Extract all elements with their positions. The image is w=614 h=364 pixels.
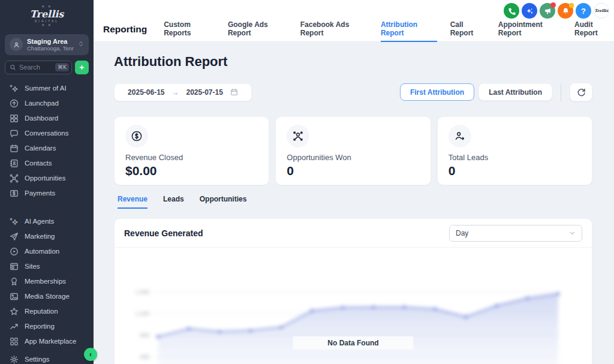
sidebar-item-conversations[interactable]: Conversations (0, 126, 94, 141)
app-window: ✕ ✕ Trellis DIGITAL ✕ ✕ Staging Area Cha… (0, 0, 614, 364)
sidebar-item-automation[interactable]: Automation (0, 244, 94, 259)
sidebar: ✕ ✕ Trellis DIGITAL ✕ ✕ Staging Area Cha… (0, 0, 94, 364)
sidebar-item-memberships[interactable]: Memberships (0, 274, 94, 289)
chevron-left-icon: ‹ (89, 350, 92, 359)
arrow-right-icon: → (172, 88, 179, 97)
sidebar-item-reputation[interactable]: Reputation (0, 304, 94, 319)
chart-body: 6009001,2001,500 No Data Found (115, 248, 592, 364)
rocket-circle-icon (10, 99, 19, 108)
stat-card-total-leads: Total Leads 0 (437, 116, 592, 185)
sidebar-collapse-button[interactable]: ‹ (84, 348, 97, 361)
date-start-value[interactable]: 2025-06-15 (128, 88, 164, 97)
sidebar-item-calendars[interactable]: Calendars (0, 141, 94, 156)
account-name: Staging Area (27, 38, 74, 45)
sidebar-item-marketing[interactable]: Marketing (0, 229, 94, 244)
calendar-icon (10, 144, 19, 153)
sidebar-item-media-storage[interactable]: Media Storage (0, 289, 94, 304)
sidebar-item-label: Launchpad (25, 100, 59, 107)
dollar-circle-icon (125, 125, 148, 148)
help-button[interactable]: ? (576, 3, 591, 19)
search-icon (10, 64, 16, 71)
stat-card-opportunities-won: Opportunities Won 0 (275, 116, 431, 185)
phone-button[interactable] (504, 3, 519, 19)
sidebar-item-label: Marketing (25, 233, 55, 240)
sparkle-plus-icon (10, 84, 19, 93)
sidebar-item-ai-agents[interactable]: AI Agents (0, 214, 94, 229)
date-end-value[interactable]: 2025-07-15 (186, 88, 223, 97)
view-tab-leads[interactable]: Leads (163, 190, 184, 209)
stat-label: Total Leads (449, 153, 581, 162)
no-data-message: No Data Found (293, 336, 413, 350)
notification-badge (569, 3, 574, 8)
revenue-generated-card: Revenue Generated Day 6009001,2001,500 N… (114, 218, 592, 364)
sidebar-nav-bottom: Settings (0, 349, 94, 364)
sidebar-item-dashboard[interactable]: Dashboard (0, 111, 94, 126)
avatar-logo-text: Trellis (595, 8, 609, 13)
sidebar-item-label: Contacts (25, 160, 52, 167)
last-attribution-button[interactable]: Last Attribution (478, 83, 552, 101)
topbar: Reporting Custom Reports Google Ads Repo… (94, 0, 614, 42)
image-icon (10, 292, 19, 301)
account-avatar-icon (10, 38, 23, 51)
chat-bubble-icon (10, 129, 19, 138)
tab-custom-reports[interactable]: Custom Reports (164, 17, 215, 42)
announcements-button[interactable] (540, 3, 555, 19)
sidebar-item-label: Dashboard (25, 115, 58, 122)
calendar-icon (230, 88, 238, 96)
ai-spark-button[interactable] (75, 61, 89, 74)
sidebar-item-label: Calendars (25, 145, 56, 152)
report-nav: Reporting Custom Reports Google Ads Repo… (103, 17, 614, 42)
sparkle-plus-icon (10, 217, 19, 226)
search-box[interactable]: ⌘K (5, 61, 72, 74)
interval-select-value: Day (456, 229, 468, 237)
network-nodes-icon (10, 174, 19, 183)
view-tab-revenue[interactable]: Revenue (118, 190, 148, 209)
medal-icon (10, 277, 19, 286)
sidebar-item-opportunities[interactable]: Opportunities (0, 171, 94, 186)
tab-audit-report[interactable]: Audit Report (574, 17, 614, 42)
first-attribution-button[interactable]: First Attribution (400, 83, 474, 101)
tab-facebook-ads-report[interactable]: Facebook Ads Report (300, 17, 368, 42)
trellis-logo: ✕ ✕ Trellis DIGITAL ✕ ✕ (0, 0, 94, 31)
ai-assistant-button[interactable] (522, 3, 537, 19)
sidebar-item-label: Media Storage (25, 293, 70, 300)
address-book-icon (10, 159, 19, 168)
sidebar-item-label: Conversations (25, 130, 69, 137)
account-switcher[interactable]: Staging Area Chattanooga, Tenne... (5, 34, 89, 55)
sidebar-item-contacts[interactable]: Contacts (0, 156, 94, 171)
view-tab-opportunities[interactable]: Opportunities (200, 190, 247, 209)
interval-select[interactable]: Day (449, 225, 582, 242)
sidebar-item-label: Summer of AI (25, 85, 67, 92)
notifications-button[interactable] (558, 3, 573, 19)
sidebar-item-label: App Marketplace (25, 338, 76, 345)
tab-attribution-report[interactable]: Attribution Report (381, 17, 437, 42)
chevron-updown-icon (78, 39, 84, 50)
tab-google-ads-report[interactable]: Google Ads Report (228, 17, 287, 42)
attribution-toggle: First Attribution Last Attribution (400, 83, 552, 101)
date-range-picker[interactable]: 2025-06-15 → 2025-07-15 (114, 83, 252, 101)
sidebar-item-label: AI Agents (25, 218, 54, 225)
main-area: Reporting Custom Reports Google Ads Repo… (94, 0, 614, 364)
refresh-button[interactable] (570, 83, 592, 101)
view-tabs: Revenue Leads Opportunities (114, 190, 592, 209)
trellis-avatar[interactable]: Trellis (594, 3, 609, 19)
stat-value: 0 (287, 164, 419, 178)
sidebar-item-sites[interactable]: Sites (0, 259, 94, 274)
account-location: Chattanooga, Tenne... (27, 45, 74, 52)
sidebar-item-payments[interactable]: Payments (0, 186, 94, 201)
squares-icon (10, 337, 19, 346)
sidebar-item-reporting[interactable]: Reporting (0, 319, 94, 334)
stat-value: 0 (449, 164, 581, 178)
controls-right: First Attribution Last Attribution (400, 83, 592, 101)
stat-label: Revenue Closed (125, 153, 258, 162)
page-title: Attribution Report (114, 54, 592, 70)
tab-appointment-report[interactable]: Appointment Report (498, 17, 561, 42)
chart-title: Revenue Generated (124, 228, 203, 238)
spark-icon (79, 64, 85, 71)
search-input[interactable] (19, 64, 52, 71)
tab-call-report[interactable]: Call Report (450, 17, 485, 42)
sidebar-item-launchpad[interactable]: Launchpad (0, 96, 94, 111)
sidebar-item-app-marketplace[interactable]: App Marketplace (0, 334, 94, 349)
sidebar-item-summer-of-ai[interactable]: Summer of AI (0, 81, 94, 96)
sidebar-item-settings[interactable]: Settings (0, 352, 94, 364)
